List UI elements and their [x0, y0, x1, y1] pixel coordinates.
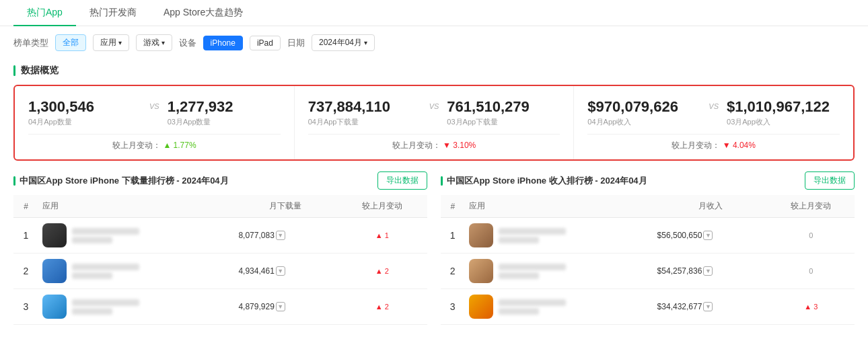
- revenue-number: $56,500,650 ▼: [657, 231, 764, 240]
- app-sub-blur: [499, 237, 539, 243]
- stats-downloads-prev: 761,510,279 03月App下载量: [447, 98, 560, 127]
- app-icon: [469, 223, 493, 247]
- filter-date[interactable]: 2024年04月: [312, 34, 375, 51]
- app-icon: [42, 223, 67, 247]
- download-ranking-section: 中国区App Store iPhone 下载量排行榜 - 2024年04月 导出…: [13, 171, 427, 325]
- stats-section-title: 数据概览: [0, 59, 868, 82]
- app-sub-blur: [72, 272, 112, 279]
- filter-ipad[interactable]: iPad: [250, 36, 281, 50]
- app-icon: [469, 259, 493, 283]
- stats-app-count-current: 1,300,546 04月App数量: [28, 98, 141, 127]
- revenue-number: $54,257,836 ▼: [657, 266, 764, 276]
- vs-label-1: VS: [149, 98, 159, 110]
- filter-app[interactable]: 应用: [93, 34, 129, 51]
- revenue-current-number: $970,079,626: [587, 98, 700, 116]
- app-name-blur: [499, 299, 566, 306]
- stats-app-downloads: 737,884,110 04月App下载量 VS 761,510,279 03月…: [295, 86, 575, 159]
- app-count-current-number: 1,300,546: [28, 98, 141, 116]
- revenue-export-button[interactable]: 导出数据: [805, 171, 855, 190]
- app-name-area: [72, 264, 139, 279]
- app-name-area: [499, 299, 566, 315]
- revenue-table: # 应用 月收入 较上月变动 1 $56,500,650 ▼: [441, 195, 855, 325]
- app-cell: [42, 295, 230, 319]
- app-icon: [469, 295, 493, 319]
- app-cell: [469, 259, 649, 283]
- downloads-prev-number: 761,510,279: [447, 98, 560, 116]
- info-icon[interactable]: ▼: [276, 302, 285, 311]
- col-rank-dl: #: [13, 195, 38, 218]
- app-name-blur: [72, 228, 139, 235]
- stats-downloads-current: 737,884,110 04月App下载量: [308, 98, 421, 127]
- rank-number: 3: [24, 301, 29, 312]
- col-rank-rev: #: [441, 195, 465, 218]
- download-table-header: 中国区App Store iPhone 下载量排行榜 - 2024年04月 导出…: [13, 171, 427, 190]
- download-number: 4,879,929 ▼: [238, 302, 332, 311]
- vs-label-3: VS: [709, 98, 719, 110]
- app-name-blur: [72, 299, 139, 306]
- app-name-blur: [72, 264, 139, 270]
- stats-revenue-current: $970,079,626 04月App收入: [587, 98, 700, 127]
- info-icon[interactable]: ▼: [276, 266, 285, 276]
- nav-hot-app[interactable]: 热门App: [13, 0, 76, 26]
- date-filter-label: 日期: [287, 37, 305, 49]
- stats-app-revenue: $970,079,626 04月App收入 VS $1,010,967,122 …: [574, 86, 853, 159]
- app-count-prev-number: 1,277,932: [168, 98, 281, 116]
- tables-area: 中国区App Store iPhone 下载量排行榜 - 2024年04月 导出…: [0, 171, 868, 325]
- col-change-rev: 较上月变动: [768, 195, 855, 218]
- app-name-area: [72, 228, 139, 243]
- filter-game[interactable]: 游戏: [136, 34, 172, 51]
- app-count-change-value: ▲ 1.77%: [163, 141, 196, 150]
- downloads-prev-label: 03月App下载量: [447, 117, 560, 127]
- app-name-area: [499, 228, 566, 243]
- app-count-current-label: 04月App数量: [28, 117, 141, 127]
- change-badge: 0: [809, 231, 813, 239]
- info-icon[interactable]: ▼: [703, 266, 713, 276]
- info-icon[interactable]: ▼: [703, 231, 713, 240]
- revenue-prev-label: 03月App收入: [727, 117, 840, 127]
- app-name-blur: [499, 264, 566, 270]
- rank-number: 1: [450, 230, 456, 241]
- col-downloads: 月下载量: [234, 195, 336, 218]
- info-icon[interactable]: ▼: [703, 302, 713, 311]
- downloads-current-number: 737,884,110: [308, 98, 421, 116]
- rank-number: 3: [450, 301, 456, 312]
- download-export-button[interactable]: 导出数据: [377, 171, 427, 190]
- revenue-number: $34,432,677 ▼: [657, 302, 764, 311]
- app-cell: [42, 259, 230, 283]
- table-row: 3 4,879,929 ▼ ▲ 2: [13, 289, 427, 325]
- filter-bar: 榜单类型 全部 应用 游戏 设备 iPhone iPad 日期 2024年04月: [0, 26, 868, 59]
- col-revenue: 月收入: [653, 195, 768, 218]
- downloads-change-value: ▼ 3.10%: [443, 141, 476, 150]
- change-badge: 0: [809, 267, 813, 275]
- col-app-rev: 应用: [465, 195, 653, 218]
- rank-number: 1: [24, 230, 29, 241]
- app-sub-blur: [72, 237, 112, 243]
- col-change-dl: 较上月变动: [336, 195, 427, 218]
- nav-hot-dev[interactable]: 热门开发商: [76, 0, 150, 26]
- device-filter-label: 设备: [179, 37, 196, 49]
- app-cell: [469, 223, 649, 247]
- download-number: 8,077,083 ▼: [238, 231, 332, 240]
- stats-overview: 1,300,546 04月App数量 VS 1,277,932 03月App数量…: [13, 85, 855, 161]
- revenue-current-label: 04月App收入: [587, 117, 700, 127]
- app-sub-blur: [499, 272, 539, 279]
- revenue-table-title: 中国区App Store iPhone 收入排行榜 - 2024年04月: [441, 175, 647, 187]
- filter-iphone[interactable]: iPhone: [203, 36, 243, 50]
- vs-label-2: VS: [429, 98, 439, 110]
- revenue-prev-number: $1,010,967,122: [727, 98, 840, 116]
- table-row: 1 $56,500,650 ▼ 0: [441, 218, 855, 254]
- app-name-area: [499, 264, 566, 279]
- change-badge: ▲ 3: [804, 303, 818, 311]
- table-row: 2 4,934,461 ▼ ▲ 2: [13, 254, 427, 289]
- table-row: 2 $54,257,836 ▼ 0: [441, 254, 855, 289]
- download-table: # 应用 月下载量 较上月变动 1 8,077,083 ▼: [13, 195, 427, 325]
- nav-appstore-trend[interactable]: App Store大盘趋势: [150, 0, 256, 26]
- filter-all[interactable]: 全部: [55, 34, 86, 51]
- top-navigation: 热门App 热门开发商 App Store大盘趋势: [0, 0, 868, 26]
- download-number: 4,934,461 ▼: [238, 266, 332, 276]
- stats-revenue-prev: $1,010,967,122 03月App收入: [727, 98, 840, 127]
- info-icon[interactable]: ▼: [276, 231, 285, 240]
- revenue-change-value: ▼ 4.04%: [723, 141, 756, 150]
- stats-app-count: 1,300,546 04月App数量 VS 1,277,932 03月App数量…: [15, 86, 295, 159]
- app-count-prev-label: 03月App数量: [168, 117, 281, 127]
